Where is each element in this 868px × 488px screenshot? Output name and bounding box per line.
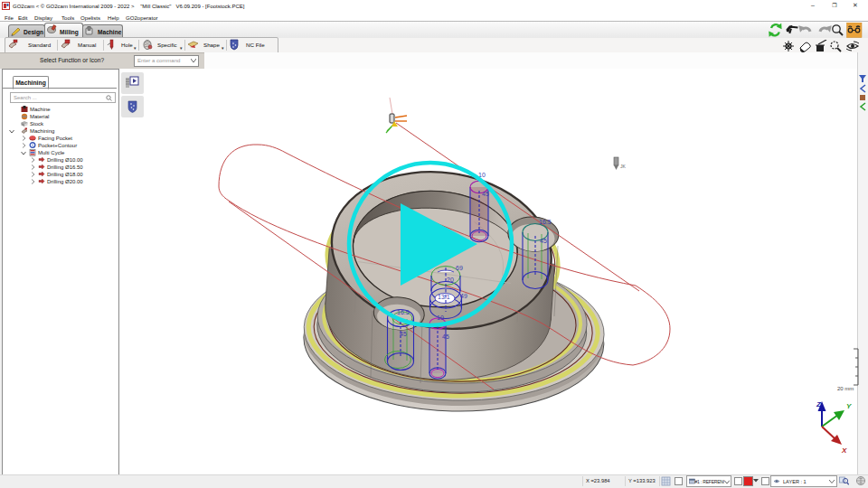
svg-text:45: 45 [540, 238, 547, 244]
svg-text:69: 69 [456, 265, 463, 271]
svg-text:49: 49 [460, 293, 467, 299]
svg-text:45: 45 [400, 331, 407, 337]
svg-text:13.1: 13.1 [438, 294, 450, 300]
svg-text:10: 10 [437, 314, 444, 321]
svg-text:Y: Y [846, 402, 852, 410]
svg-text:20: 20 [447, 277, 454, 283]
svg-text:20 mm: 20 mm [837, 386, 854, 391]
svg-text:X: X [841, 446, 847, 455]
svg-text:JK: JK [620, 164, 627, 169]
svg-text:16.5: 16.5 [397, 309, 410, 315]
svg-text:16.5: 16.5 [539, 219, 552, 225]
svg-text:45: 45 [482, 191, 489, 197]
svg-text:45: 45 [442, 333, 449, 340]
